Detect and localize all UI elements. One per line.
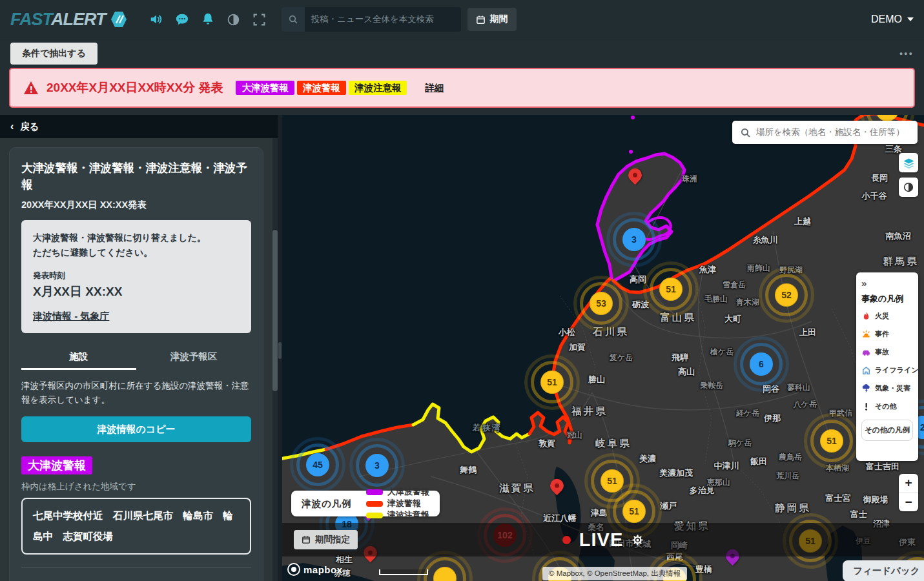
cluster-count[interactable]: 6 xyxy=(750,352,773,376)
feedback-button[interactable]: フィードバック xyxy=(843,560,924,581)
tsunami-legend-item: 津波注意報 xyxy=(366,509,429,521)
bell-icon[interactable] xyxy=(201,12,215,26)
map-label: 糸魚川 xyxy=(753,234,778,246)
copy-tsunami-info-button[interactable]: 津波情報のコピー xyxy=(21,416,251,442)
map-label: 岐阜県 xyxy=(595,437,631,451)
cluster-count[interactable]: 53 xyxy=(590,292,613,315)
map-label: 恵那山 xyxy=(707,477,730,488)
filter-toolbar: 条件で抽出する ●●● xyxy=(0,39,924,68)
scrollbar-thumb[interactable] xyxy=(272,230,278,391)
cluster-marker[interactable]: 3 xyxy=(365,454,389,477)
tab-inactive[interactable]: 津波予報区 xyxy=(136,345,251,370)
legend-item: 事件 xyxy=(861,329,913,339)
cluster-marker[interactable]: 45 xyxy=(306,453,329,476)
live-timeline-bar: 期間指定 LIVE xyxy=(282,523,924,556)
map-label: 農鳥岳 xyxy=(779,452,802,463)
map-pin[interactable] xyxy=(549,478,566,497)
map-label: 滋賀県 xyxy=(499,482,535,495)
exclamation-icon xyxy=(861,402,871,411)
fastalert-logo[interactable]: FASTALERT xyxy=(10,11,127,28)
map-search-input[interactable]: 場所を検索（地名・施設名・住所等） xyxy=(732,121,918,144)
cluster-count[interactable]: 52 xyxy=(775,283,798,307)
cluster-count[interactable]: 45 xyxy=(306,453,329,476)
upgraded-area-note: 枠内は格上げされた地域です xyxy=(21,481,251,493)
collapse-panel-icon[interactable]: » xyxy=(861,278,913,289)
map-label: 笈ケ岳 xyxy=(610,352,633,363)
event-legend-panel: » 事象の凡例 火災事件事故ライフライン気象・災害その他 その他の凡例 xyxy=(856,272,918,461)
map-label: 中津川 xyxy=(714,460,739,472)
period-specify-button[interactable]: 期間指定 xyxy=(294,530,358,549)
legend-color-swatch xyxy=(366,501,383,507)
map-label: 経ケ岳 xyxy=(736,408,759,419)
other-legend-button[interactable]: その他の凡例 xyxy=(861,420,913,441)
cluster-count[interactable]: 51 xyxy=(622,500,646,523)
filter-button[interactable]: 条件で抽出する xyxy=(10,43,98,65)
chevron-left-icon: ‹ xyxy=(10,121,14,132)
map-label: 富士吉田 xyxy=(866,461,899,473)
tsunami-legend-items: 大津波警報津波警報津波注意報 xyxy=(361,486,429,521)
chat-icon[interactable] xyxy=(175,12,189,26)
cluster-count[interactable]: 3 xyxy=(365,454,389,477)
cluster-marker[interactable]: 51 xyxy=(820,429,843,453)
map-label: 美濃 xyxy=(639,453,656,465)
map-label: 舞鶴 xyxy=(460,464,477,476)
storm-icon xyxy=(861,383,871,393)
map-label: 美濃加茂 xyxy=(659,467,693,479)
map-label: 富士 xyxy=(850,509,867,520)
jma-link[interactable]: 津波情報 - 気象庁 xyxy=(33,311,109,323)
cluster-count[interactable]: 3 xyxy=(622,228,646,251)
legend-label: 津波注意報 xyxy=(387,509,429,521)
cluster-marker[interactable]: 53 xyxy=(590,292,613,315)
back-button[interactable]: ‹ 戻る xyxy=(0,115,278,138)
zoom-in-button[interactable]: + xyxy=(899,474,918,493)
detail-link[interactable]: 詳細 xyxy=(425,82,444,94)
cluster-count[interactable] xyxy=(433,567,457,581)
cluster-marker[interactable]: 51 xyxy=(622,500,646,523)
cluster-count[interactable]: 51 xyxy=(659,278,683,301)
global-search-input[interactable]: 投稿・ニュース全体を本文検索 xyxy=(282,7,461,32)
layers-icon xyxy=(903,157,915,169)
tsunami-detail-sidebar: ‹ 戻る 大津波警報・津波警報・津波注意報・津波予報 20XX年XX月XX日 X… xyxy=(0,115,278,581)
map-label: 乗鞍岳 xyxy=(700,380,723,391)
tsunami-legend-item: 津波警報 xyxy=(366,498,429,509)
cluster-marker[interactable]: 3 xyxy=(622,228,646,251)
period-label: 期間 xyxy=(490,14,508,25)
cluster-marker[interactable]: 51 xyxy=(659,278,683,301)
account-menu[interactable]: DEMO xyxy=(871,14,914,25)
resize-handle[interactable] xyxy=(278,342,282,359)
map-label: 飯田 xyxy=(750,456,767,467)
back-label: 戻る xyxy=(20,121,39,133)
sound-icon[interactable] xyxy=(149,12,163,26)
period-specify-label: 期間指定 xyxy=(315,534,350,545)
map-label: 高山 xyxy=(678,366,695,378)
map-style-contrast-button[interactable] xyxy=(899,178,918,197)
gear-icon[interactable] xyxy=(631,534,644,546)
fullscreen-icon[interactable] xyxy=(252,12,267,26)
map-attribution[interactable]: © Mapbox, © OpenStreetMap, 出典情報 xyxy=(542,567,687,580)
disaster-map[interactable]: 石川県富山県福井県岐阜県滋賀県愛知県静岡県群馬県三条長岡小千谷南魚沼上越糸魚川珠… xyxy=(282,115,924,581)
tab-active[interactable]: 施設 xyxy=(21,345,136,370)
cluster-marker[interactable]: 51 xyxy=(540,371,564,394)
cluster-count[interactable]: 51 xyxy=(540,371,564,394)
zoom-out-button[interactable]: − xyxy=(899,493,918,512)
period-button[interactable]: 期間 xyxy=(467,8,517,31)
sidebar-scrollbar[interactable] xyxy=(272,138,278,581)
legend-label: 大津波警報 xyxy=(387,486,429,498)
cluster-count[interactable]: 51 xyxy=(820,429,843,453)
map-label: 伊那 xyxy=(764,413,781,424)
issue-time-label: 発表時刻 xyxy=(33,270,240,281)
contrast-icon[interactable] xyxy=(227,12,241,26)
mapbox-logo[interactable]: mapbox xyxy=(287,563,343,576)
panel-resize-divider[interactable] xyxy=(278,115,282,581)
legend-item-label: ライフライン xyxy=(875,365,919,375)
map-pin[interactable] xyxy=(627,167,644,187)
cluster-marker[interactable] xyxy=(433,567,457,581)
search-icon xyxy=(282,7,305,32)
calendar-icon xyxy=(476,15,486,25)
building-icon xyxy=(861,365,871,375)
cluster-marker[interactable]: 52 xyxy=(775,283,798,307)
cluster-marker[interactable]: 6 xyxy=(750,352,773,376)
layers-button[interactable] xyxy=(899,153,918,172)
more-menu-icon[interactable]: ●●● xyxy=(899,50,914,57)
crash-icon xyxy=(861,347,871,357)
